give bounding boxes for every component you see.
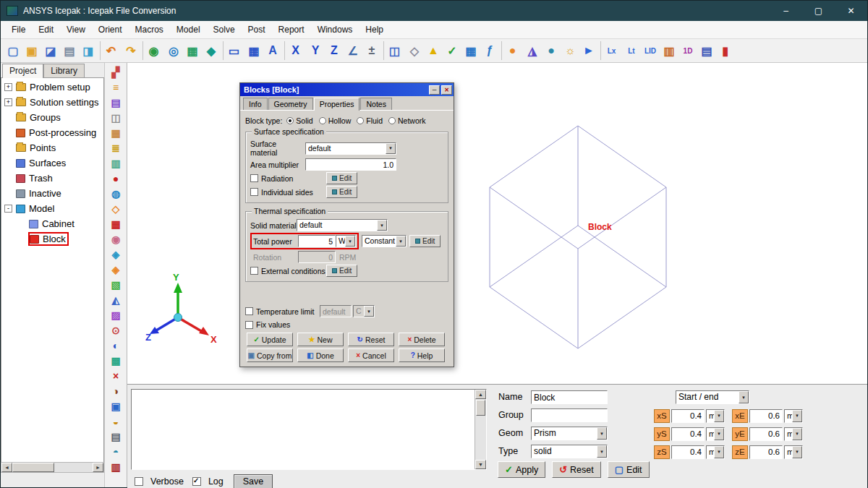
scrollbar-thumb[interactable] <box>476 400 485 416</box>
object-tool-icon[interactable]: ◐ <box>108 338 124 353</box>
object-tool-icon[interactable]: ▧ <box>108 277 124 292</box>
tree-item-body[interactable]: Cabinet <box>28 218 77 230</box>
calculator-icon[interactable]: ▦ <box>461 41 480 60</box>
dropdown-arrow-icon[interactable]: ▼ <box>714 446 724 458</box>
tree-item[interactable]: - Model <box>1 201 103 216</box>
tree-item[interactable]: Inactive <box>1 186 103 201</box>
dialog-tab[interactable]: Geometry <box>268 98 313 110</box>
object-tool-icon[interactable]: ◍ <box>108 186 124 201</box>
object-tool-icon[interactable]: ▞ <box>108 64 124 80</box>
tree-item[interactable]: Trash <box>1 171 103 186</box>
log-scrollbar[interactable]: ▲ ▼ <box>475 390 486 469</box>
select-cursor-icon[interactable]: ► <box>579 41 598 60</box>
dialog-titlebar[interactable]: Blocks [Block] ─ ✕ <box>240 83 454 96</box>
object-tool-icon[interactable]: ▦ <box>108 125 124 140</box>
object-tool-icon[interactable]: ◈ <box>108 247 124 262</box>
power-unit-select[interactable]: W ▼ <box>336 235 356 247</box>
menu-item[interactable]: Solve <box>207 22 242 37</box>
scroll-down-icon[interactable]: ▼ <box>475 460 486 469</box>
tree-item-body[interactable]: Block <box>28 232 69 246</box>
dropdown-arrow-icon[interactable]: ▼ <box>597 427 607 440</box>
object-tool-icon[interactable]: ▩ <box>108 353 124 368</box>
radiation-edit-button[interactable]: Edit <box>326 172 357 184</box>
tree-item-body[interactable]: Model <box>15 202 56 215</box>
tree-item[interactable]: Groups <box>1 110 103 125</box>
dialog-tab[interactable]: Info <box>243 98 268 110</box>
start-coord-input[interactable] <box>671 427 705 441</box>
block-type-radio[interactable]: Hollow <box>319 116 352 125</box>
probe-point-icon[interactable]: ▮ <box>716 41 735 60</box>
fix-values-checkbox[interactable] <box>245 321 253 329</box>
tree-expander[interactable]: - <box>4 205 12 213</box>
tree-item[interactable]: + Problem setup <box>1 80 103 95</box>
text-annotation-icon[interactable]: A <box>263 41 282 60</box>
temperature-limit-checkbox[interactable] <box>245 307 253 315</box>
reset-button[interactable]: ↻ Reset <box>348 333 394 346</box>
tree-item-body[interactable]: Solution settings <box>15 96 101 108</box>
menu-item[interactable]: Post <box>242 22 272 37</box>
update-button[interactable]: ✓ Update <box>247 333 293 346</box>
startend-select[interactable]: Start / end ▼ <box>676 390 749 404</box>
scroll-up-icon[interactable]: ▲ <box>475 390 486 399</box>
block-wireframe[interactable] <box>490 126 666 348</box>
individual-sides-edit-button[interactable]: Edit <box>326 186 357 198</box>
tree-item-body[interactable]: Post-processing <box>15 127 98 139</box>
one-d-plot-icon[interactable]: 1D <box>678 41 697 60</box>
radiation-checkbox[interactable] <box>250 174 258 182</box>
object-tool-icon[interactable]: ▤ <box>108 429 124 444</box>
external-conditions-edit-button[interactable]: Edit <box>326 265 357 277</box>
tree-item-body[interactable]: Problem setup <box>15 81 93 93</box>
tile-windows-icon[interactable]: ▦ <box>244 41 263 60</box>
type-select[interactable]: solid ▼ <box>531 445 608 458</box>
light-source-icon[interactable]: ☼ <box>561 41 579 60</box>
end-coord-input[interactable] <box>749 427 783 441</box>
external-conditions-checkbox[interactable] <box>250 267 258 275</box>
object-tool-icon[interactable]: ▥ <box>108 459 124 474</box>
copy-from-button[interactable]: ▣ Copy from <box>247 348 293 362</box>
start-coord-input[interactable] <box>671 445 705 459</box>
verbose-checkbox[interactable] <box>135 477 143 486</box>
plot-results-icon[interactable]: ◮ <box>523 41 542 60</box>
viewport-canvas[interactable]: Block Y X Z <box>127 63 867 384</box>
dropdown-arrow-icon[interactable]: ▼ <box>792 428 802 440</box>
individual-sides-checkbox[interactable] <box>250 188 258 196</box>
menu-item[interactable]: Edit <box>32 22 60 37</box>
end-unit-select[interactable]: m ▼ <box>784 445 803 459</box>
save-project-icon[interactable]: ◪ <box>41 41 60 60</box>
tree-item[interactable]: Post-processing <box>1 125 103 140</box>
tree-item-body[interactable]: Trash <box>15 172 55 184</box>
scale-grid-icon[interactable]: ▦ <box>183 41 202 60</box>
solid-material-select[interactable]: default ▼ <box>297 219 388 231</box>
area-multiplier-input[interactable] <box>305 158 396 171</box>
total-power-input[interactable] <box>298 235 336 247</box>
apply-button[interactable]: ✓ Apply <box>498 461 545 478</box>
tab-project[interactable]: Project <box>2 64 43 78</box>
print-icon[interactable]: ▤ <box>60 41 79 60</box>
dropdown-arrow-icon[interactable]: ▼ <box>714 410 724 422</box>
message-log[interactable]: ▲ ▼ <box>131 389 487 470</box>
scrollbar-thumb[interactable] <box>12 463 54 472</box>
object-tool-icon[interactable]: ◫ <box>108 110 124 125</box>
level-view-icon[interactable]: ± <box>362 41 381 60</box>
dropdown-arrow-icon[interactable]: ▼ <box>792 410 802 422</box>
block-type-radio[interactable]: Fluid <box>357 116 383 125</box>
end-unit-select[interactable]: m ▼ <box>784 409 803 423</box>
scrollbar-track[interactable] <box>475 416 486 460</box>
menu-item[interactable]: Help <box>359 22 390 37</box>
save-button[interactable]: Save <box>234 474 273 488</box>
dropdown-arrow-icon[interactable]: ▼ <box>792 446 802 458</box>
rotate-tool-icon[interactable]: ◆ <box>202 41 221 60</box>
edit-button[interactable]: ▢ Edit <box>608 461 650 478</box>
power-edit-button[interactable]: Edit <box>409 235 441 247</box>
done-button[interactable]: ◧ Done <box>297 348 344 362</box>
dropdown-arrow-icon[interactable]: ▼ <box>597 445 607 458</box>
tree-item[interactable]: Surfaces <box>1 155 103 171</box>
object-face-icon[interactable]: ◫ <box>383 41 405 60</box>
tab-library[interactable]: Library <box>43 64 85 77</box>
end-coord-input[interactable] <box>749 409 783 423</box>
zoom-box-icon[interactable]: ◉ <box>142 41 164 60</box>
start-unit-select[interactable]: m ▼ <box>706 445 725 459</box>
name-input[interactable] <box>531 390 608 404</box>
tree-item[interactable]: Cabinet <box>1 216 103 231</box>
full-window-icon[interactable]: ▭ <box>223 41 244 60</box>
